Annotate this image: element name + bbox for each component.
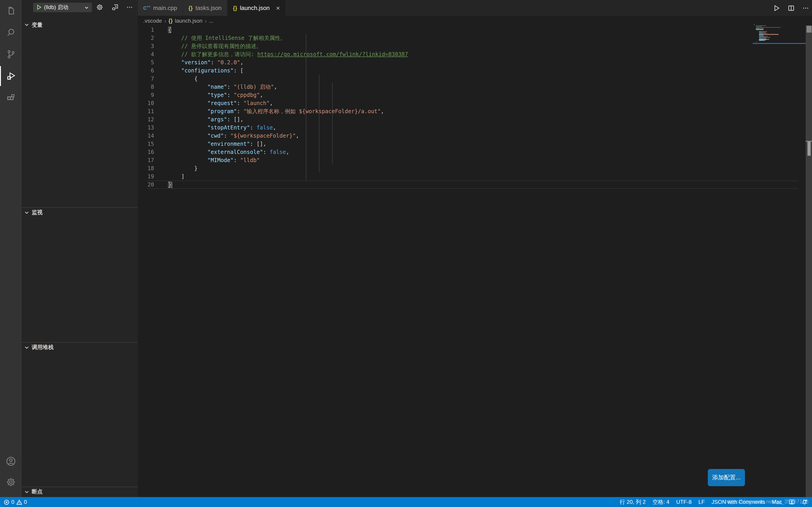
language-mode[interactable]: JSON with Comments — [712, 499, 765, 505]
chevron-right-icon: › — [205, 17, 207, 24]
editor-scrollbar[interactable] — [806, 25, 812, 497]
tab-main-cpp[interactable]: C++ main.cpp — [138, 0, 183, 16]
editor-actions — [773, 0, 809, 16]
code-line: 6 "configurations": [ — [138, 66, 812, 75]
start-debug-icon[interactable] — [36, 3, 42, 11]
code-line: 2 // 使用 IntelliSense 了解相关属性。 — [138, 34, 812, 42]
feedback-icon[interactable] — [789, 499, 795, 505]
line-number: 20 — [138, 181, 154, 189]
section-watch[interactable]: 监视 — [22, 207, 138, 217]
error-count: 0 — [11, 499, 14, 505]
code-line: 12 "args": [], — [138, 115, 812, 124]
line-number: 7 — [138, 75, 154, 83]
debug-config-label: (lldb) 启动 — [44, 4, 82, 11]
code-line: 16 "externalConsole": false, — [138, 148, 812, 156]
warning-count: 0 — [24, 499, 27, 505]
line-number: 5 — [138, 58, 154, 66]
minimap[interactable] — [753, 24, 806, 44]
code-line: 8 "name": "(lldb) 启动", — [138, 83, 812, 91]
run-icon[interactable] — [773, 4, 780, 11]
eol-sequence[interactable]: LF — [699, 499, 705, 505]
breadcrumb[interactable]: .vscode › {} launch.json › ... — [143, 16, 213, 26]
line-number: 3 — [138, 42, 154, 50]
views-more-actions-icon[interactable] — [125, 3, 134, 12]
json-file-icon: {} — [168, 18, 173, 24]
line-number: 12 — [138, 115, 154, 124]
line-number: 6 — [138, 66, 154, 75]
close-icon[interactable]: × — [276, 5, 280, 11]
code-line: 3 // 悬停以查看现有属性的描述。 — [138, 42, 812, 50]
section-label: 变量 — [32, 21, 43, 29]
code-line: 20} — [138, 181, 812, 189]
breadcrumb-file[interactable]: launch.json — [175, 18, 202, 24]
more-actions-icon[interactable] — [802, 4, 809, 11]
debug-config-dropdown[interactable]: (lldb) 启动 — [33, 3, 92, 12]
debug-sidebar: (lldb) 启动 变量 监视 — [22, 0, 138, 497]
warning-icon — [16, 499, 22, 505]
code-line: 5 "version": "0.2.0", — [138, 58, 812, 66]
breadcrumb-symbol[interactable]: ... — [209, 18, 213, 24]
indentation[interactable]: 空格: 4 — [653, 498, 669, 506]
code-line: 10 "request": "launch", — [138, 99, 812, 107]
code-editor[interactable]: 1{2 // 使用 IntelliSense 了解相关属性。3 // 悬停以查看… — [138, 26, 812, 189]
search-icon[interactable] — [0, 22, 22, 44]
activity-bar — [0, 0, 22, 497]
code-line: 11 "program": "输入程序名称，例如 ${workspaceFold… — [138, 107, 812, 115]
line-number: 14 — [138, 132, 154, 140]
os-indicator[interactable]: Mac — [772, 499, 782, 505]
tab-label: tasks.json — [195, 5, 221, 11]
problems-status[interactable]: 0 0 — [4, 499, 27, 505]
code-line: 15 "environment": [], — [138, 140, 812, 148]
chevron-down-icon — [23, 209, 30, 216]
cursor-position[interactable]: 行 20, 列 2 — [620, 498, 646, 506]
line-number: 4 — [138, 50, 154, 58]
line-number: 13 — [138, 124, 154, 132]
code-line: 13 "stopAtEntry": false, — [138, 124, 812, 132]
text-cursor — [171, 182, 172, 188]
section-variables[interactable]: 变量 — [22, 20, 138, 30]
extensions-icon[interactable] — [0, 87, 22, 109]
minimap-current-line — [753, 43, 806, 44]
tab-label: launch.json — [240, 5, 270, 11]
add-configuration-button[interactable]: 添加配置... — [708, 469, 745, 486]
debug-toolbar: (lldb) 启动 — [22, 0, 138, 16]
explorer-icon[interactable] — [0, 0, 22, 22]
line-number: 8 — [138, 83, 154, 91]
code-line: 7 { — [138, 75, 812, 83]
line-number: 11 — [138, 107, 154, 115]
error-icon — [4, 499, 9, 505]
settings-gear-icon[interactable] — [0, 471, 22, 493]
code-line: 18 } — [138, 164, 812, 172]
account-icon[interactable] — [0, 450, 22, 472]
line-number: 1 — [138, 26, 154, 34]
json-file-icon: {} — [189, 5, 193, 11]
code-line: 9 "type": "cppdbg", — [138, 91, 812, 99]
code-line: 1{ — [138, 26, 812, 34]
code-line: 19 ] — [138, 172, 812, 181]
section-label: 监视 — [32, 209, 43, 216]
encoding[interactable]: UTF-8 — [676, 499, 692, 505]
run-and-debug-icon[interactable] — [0, 65, 22, 87]
notifications-bell-icon[interactable] — [802, 499, 807, 505]
code-line: 14 "cwd": "${workspaceFolder}", — [138, 132, 812, 140]
breadcrumb-folder[interactable]: .vscode — [143, 18, 162, 24]
source-control-icon[interactable] — [0, 44, 22, 65]
code-line: 4 // 欲了解更多信息，请访问: https://go.microsoft.c… — [138, 50, 812, 58]
section-call-stack[interactable]: 调用堆栈 — [22, 342, 138, 352]
cpp-file-icon: C++ — [143, 5, 150, 11]
overview-ruler-cursor — [807, 142, 810, 156]
chevron-down-icon — [23, 344, 30, 351]
line-number: 10 — [138, 99, 154, 107]
open-launch-json-gear-icon[interactable] — [95, 3, 104, 12]
chevron-right-icon: › — [164, 17, 166, 24]
line-number: 16 — [138, 148, 154, 156]
tab-bar: C++ main.cpp {} tasks.json {} launch.jso… — [138, 0, 812, 16]
debug-console-icon[interactable] — [111, 3, 120, 12]
section-label: 断点 — [32, 488, 43, 496]
tab-launch-json[interactable]: {} launch.json × — [227, 0, 286, 16]
split-editor-icon[interactable] — [788, 4, 795, 11]
code-line: 17 "MIMode": "lldb" — [138, 156, 812, 164]
section-breakpoints[interactable]: 断点 — [22, 487, 138, 497]
tab-tasks-json[interactable]: {} tasks.json — [183, 0, 227, 16]
scrollbar-slider[interactable] — [806, 25, 811, 33]
